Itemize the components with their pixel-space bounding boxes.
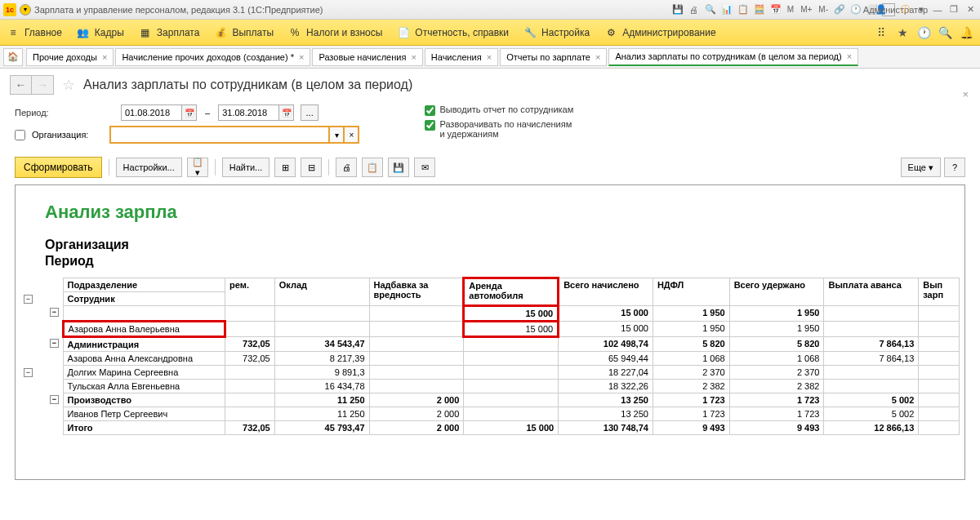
cell-ndfl: 1 950 bbox=[653, 322, 729, 337]
preview-icon[interactable]: 🔍 bbox=[704, 3, 717, 16]
tab-close-icon[interactable]: × bbox=[595, 52, 600, 62]
favorite-star-icon[interactable]: ☆ bbox=[62, 76, 75, 94]
expand-button[interactable]: ⊞ bbox=[274, 158, 296, 177]
tab-close-icon[interactable]: × bbox=[847, 51, 852, 61]
org-input[interactable] bbox=[109, 126, 330, 144]
print-icon[interactable]: 🖨 bbox=[688, 3, 701, 16]
email-button[interactable]: ✉ bbox=[414, 158, 435, 177]
home-tab[interactable]: 🏠 bbox=[3, 48, 23, 66]
tab-income-create[interactable]: Начисление прочих доходов (создание) *× bbox=[115, 48, 310, 66]
tab-reports[interactable]: Отчеты по зарплате× bbox=[500, 48, 607, 66]
variants-button[interactable]: 📋▾ bbox=[187, 158, 208, 177]
cell-arenda bbox=[464, 366, 559, 380]
cell-arenda bbox=[464, 393, 559, 407]
menu-taxes[interactable]: %Налоги и взносы bbox=[288, 26, 382, 39]
zoom-m-icon[interactable]: M bbox=[786, 3, 795, 16]
find-button[interactable]: Найти... bbox=[222, 158, 270, 177]
zoom-mplus-icon[interactable]: M+ bbox=[799, 3, 813, 16]
tab-analysis[interactable]: Анализ зарплаты по сотрудникам (в целом … bbox=[608, 48, 858, 66]
app-menu-dropdown[interactable]: ▾ bbox=[20, 4, 31, 16]
clock-icon[interactable]: 🕐 bbox=[849, 3, 862, 16]
help-button[interactable]: ? bbox=[944, 158, 965, 177]
copy-button[interactable]: 📋 bbox=[362, 158, 383, 177]
clipboard-icon[interactable]: 📋 bbox=[737, 3, 750, 16]
table-row: Азарова Анна Александровна732,058 217,39… bbox=[45, 352, 960, 366]
calc-icon[interactable]: 🧮 bbox=[753, 3, 766, 16]
dropdown-icon[interactable]: ▾ bbox=[915, 3, 928, 16]
dash-label: – bbox=[205, 108, 210, 118]
tab-close-icon[interactable]: × bbox=[411, 52, 416, 62]
page-close-icon[interactable]: × bbox=[962, 88, 969, 100]
table-total-row: Итого732,0545 793,472 00015 000130 748,7… bbox=[45, 421, 960, 435]
menu-payments[interactable]: 💰Выплаты bbox=[214, 26, 274, 39]
tab-other-income[interactable]: Прочие доходы× bbox=[26, 48, 114, 66]
cell-nadb bbox=[369, 306, 464, 322]
tab-onetime[interactable]: Разовые начисления× bbox=[312, 48, 422, 66]
cell-adv bbox=[824, 306, 919, 322]
tree-toggle-icon[interactable]: − bbox=[24, 295, 33, 304]
bell-icon[interactable]: 🔔 bbox=[959, 25, 973, 40]
search-icon[interactable]: 🔍 bbox=[938, 25, 952, 40]
compare-icon[interactable]: 📊 bbox=[720, 3, 733, 16]
tree-toggle-icon[interactable]: − bbox=[50, 308, 59, 317]
menu-reports[interactable]: 📄Отчетность, справки bbox=[397, 26, 509, 39]
menu-admin[interactable]: ⚙Администрирование bbox=[604, 26, 715, 39]
nav-forward-button[interactable]: → bbox=[32, 76, 53, 94]
page-header: ← → ☆ Анализ зарплаты по сотрудникам (в … bbox=[0, 69, 980, 101]
cell-adv bbox=[824, 366, 919, 380]
cell-ndfl: 1 723 bbox=[653, 393, 729, 407]
chk-expand[interactable] bbox=[425, 120, 435, 131]
print-button[interactable]: 🖨 bbox=[336, 158, 357, 177]
calendar-icon[interactable]: 📅 bbox=[769, 3, 782, 16]
table-row: Азарова Анна Валерьевна15 00015 0001 950… bbox=[45, 322, 960, 337]
tab-close-icon[interactable]: × bbox=[487, 52, 492, 62]
cell-oklad bbox=[274, 306, 369, 322]
calendar-from-icon[interactable]: 📅 bbox=[182, 104, 197, 121]
save-icon[interactable]: 💾 bbox=[671, 3, 684, 16]
collapse-button[interactable]: ⊟ bbox=[301, 158, 322, 177]
report-period-label: Период bbox=[45, 254, 964, 269]
org-clear-icon[interactable]: × bbox=[345, 126, 359, 144]
tab-charges[interactable]: Начисления× bbox=[425, 48, 498, 66]
table-row: Иванов Петр Сергеевич11 2502 00013 2501 … bbox=[45, 407, 960, 421]
user-button[interactable]: 👤 Администратор bbox=[882, 3, 895, 16]
info-icon[interactable]: ⓘ bbox=[898, 3, 911, 16]
menu-staff[interactable]: 👥Кадры bbox=[77, 26, 124, 39]
date-from-input[interactable] bbox=[121, 104, 182, 121]
menu-main[interactable]: ≡Главное bbox=[7, 26, 62, 39]
minimize-icon[interactable]: — bbox=[931, 3, 944, 16]
table-row: −15 00015 0001 9501 950 bbox=[45, 306, 960, 322]
apps-icon[interactable]: ⠿ bbox=[874, 25, 889, 40]
link-icon[interactable]: 🔗 bbox=[833, 3, 846, 16]
tabs-bar: 🏠 Прочие доходы× Начисление прочих доход… bbox=[0, 46, 980, 69]
menu-salary[interactable]: ▦Зарплата bbox=[139, 26, 200, 39]
cell-arenda bbox=[464, 337, 559, 352]
history-icon[interactable]: 🕐 bbox=[916, 25, 931, 40]
close-icon[interactable]: ✕ bbox=[964, 3, 977, 16]
report-table: Подразделение рем. Оклад Надбавка за вре… bbox=[45, 277, 960, 435]
tree-toggle-icon[interactable]: − bbox=[50, 339, 59, 348]
maximize-icon[interactable]: ❐ bbox=[947, 3, 960, 16]
cell-pay bbox=[919, 306, 960, 322]
org-filter-checkbox[interactable] bbox=[15, 130, 25, 140]
zoom-mminus-icon[interactable]: M- bbox=[817, 3, 830, 16]
generate-button[interactable]: Сформировать bbox=[15, 157, 102, 178]
cell-adv: 5 002 bbox=[824, 407, 919, 421]
cell-pay bbox=[919, 407, 960, 421]
date-to-input[interactable] bbox=[218, 104, 279, 121]
tab-close-icon[interactable]: × bbox=[102, 52, 107, 62]
menu-settings[interactable]: 🔧Настройка bbox=[523, 26, 590, 39]
cell-name: Долгих Марина Сергеевна bbox=[63, 366, 225, 380]
chk-by-employee[interactable] bbox=[425, 105, 435, 116]
nav-back-button[interactable]: ← bbox=[11, 76, 32, 94]
settings-button[interactable]: Настройки... bbox=[116, 158, 182, 177]
tree-toggle-icon[interactable]: − bbox=[24, 368, 33, 377]
favorite-icon[interactable]: ★ bbox=[895, 25, 910, 40]
save-button[interactable]: 💾 bbox=[388, 158, 409, 177]
period-picker-button[interactable]: ... bbox=[301, 104, 318, 121]
more-button[interactable]: Еще ▾ bbox=[901, 158, 941, 177]
tree-toggle-icon[interactable]: − bbox=[50, 395, 59, 404]
org-dropdown-icon[interactable]: ▾ bbox=[330, 126, 345, 144]
tab-close-icon[interactable]: × bbox=[299, 52, 304, 62]
calendar-to-icon[interactable]: 📅 bbox=[279, 104, 294, 121]
